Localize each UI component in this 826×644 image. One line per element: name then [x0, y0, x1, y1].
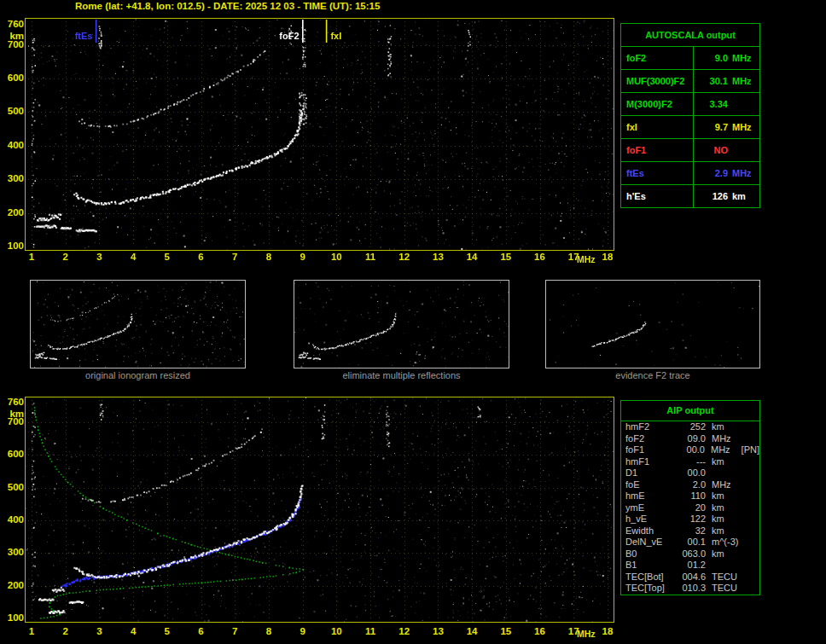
page-title: Rome (lat: +41.8, lon: 012.5) - DATE: 20…	[75, 1, 380, 11]
autoscala-label: ftEs	[621, 162, 694, 184]
top-ionogram-canvas	[25, 18, 614, 251]
autoscala-row-MUF(3000)F2: MUF(3000)F230.1MHz	[621, 70, 759, 93]
aip-note	[741, 456, 759, 468]
x-tick-label: 1	[22, 626, 41, 636]
aip-label: hmE	[621, 490, 675, 502]
aip-row-foF1: foF100.0MHz[PN]	[621, 444, 759, 456]
aip-unit: km	[706, 513, 741, 525]
aip-unit	[706, 467, 741, 479]
aip-row-foE: foE2.0MHz	[621, 479, 759, 491]
y-axis-unit: km	[3, 409, 24, 419]
x-tick-label: 15	[497, 626, 515, 636]
aip-value: 00.0	[675, 467, 706, 479]
aip-row-hmE: hmE110km	[621, 490, 759, 502]
autoscala-value: 2.9	[694, 162, 728, 184]
x-tick-label: 10	[327, 252, 346, 262]
x-tick-label: 5	[158, 252, 177, 262]
x-tick-label: 9	[294, 626, 312, 636]
autoscala-row-foF2: foF29.0MHz	[621, 47, 759, 70]
aip-value: 00.1	[675, 537, 706, 548]
aip-label: TEC[Top]	[621, 583, 675, 595]
x-tick-label: 14	[462, 252, 481, 262]
aip-label: D1	[621, 467, 675, 479]
aip-note	[741, 583, 759, 595]
x-tick-label: 14	[462, 626, 481, 636]
autoscala-label: fxI	[621, 116, 694, 138]
autoscala-label: foF2	[621, 47, 694, 69]
aip-note	[741, 421, 759, 433]
x-axis-unit: MHz	[577, 254, 596, 264]
aip-row-Ewidth: Ewidth32km	[621, 525, 759, 537]
x-tick-label: 1	[22, 252, 41, 262]
autoscala-table-header: AUTOSCALA output	[621, 24, 759, 47]
x-tick-label: 8	[259, 252, 278, 262]
aip-unit: km	[706, 525, 741, 537]
x-tick-label: 3	[90, 626, 108, 636]
bottom-ionogram-canvas	[25, 397, 614, 623]
aip-unit: km	[706, 548, 741, 560]
thumbnail-eliminate-reflections	[294, 280, 509, 368]
autoscala-row-M(3000)F2: M(3000)F23.34	[621, 93, 759, 116]
marker-label-fxI: fxI	[330, 31, 358, 41]
aip-row-B0: B0063.0km	[621, 548, 759, 560]
x-tick-label: 2	[56, 626, 75, 636]
x-tick-label: 15	[497, 252, 515, 262]
x-tick-label: 16	[531, 252, 550, 262]
aip-note	[741, 548, 759, 560]
aip-unit: km	[706, 502, 741, 514]
x-tick-label: 18	[598, 252, 617, 262]
aip-label: foF1	[621, 444, 674, 456]
autoscala-screen: Rome (lat: +41.8, lon: 012.5) - DATE: 20…	[0, 0, 826, 644]
y-tick-label: 100	[3, 241, 24, 251]
aip-label: foF2	[621, 433, 675, 445]
aip-value: 004.6	[675, 571, 706, 583]
aip-note	[741, 433, 759, 445]
aip-note	[741, 479, 759, 491]
y-tick-label: 600	[3, 449, 24, 459]
autoscala-value: 9.7	[694, 116, 728, 138]
aip-label: ymE	[621, 502, 675, 514]
aip-note	[741, 525, 759, 537]
aip-note	[741, 537, 759, 548]
aip-unit: TECU	[706, 583, 741, 595]
aip-value: 20	[675, 502, 706, 514]
aip-unit	[706, 560, 741, 571]
x-tick-label: 16	[531, 626, 550, 636]
aip-label: h_vE	[621, 513, 675, 525]
aip-value: ---	[675, 456, 706, 468]
autoscala-label: foF1	[621, 139, 694, 161]
autoscala-unit: MHz	[728, 116, 759, 138]
autoscala-unit: MHz	[728, 162, 759, 184]
thumbnail-original-ionogram	[30, 280, 246, 368]
aip-row-TEC[Top]: TEC[Top]010.3TECU	[621, 583, 759, 595]
aip-value: 010.3	[675, 583, 706, 595]
aip-value: 09.0	[675, 433, 706, 445]
aip-unit: MHz	[705, 444, 740, 456]
y-tick-label: 760	[3, 397, 24, 407]
aip-row-DelN_vE: DelN_vE00.1m^(-3)	[621, 537, 759, 548]
x-tick-label: 9	[294, 252, 312, 262]
x-tick-label: 7	[225, 252, 244, 262]
aip-value: 122	[675, 513, 706, 525]
thumbnail-caption-original: original ionogram resized	[30, 370, 246, 380]
autoscala-value: 126	[694, 185, 728, 207]
aip-value: 00.0	[674, 444, 705, 456]
x-tick-label: 18	[598, 626, 617, 636]
aip-note: [PN]	[740, 444, 759, 456]
aip-value: 01.2	[675, 560, 706, 571]
autoscala-unit	[728, 93, 759, 115]
aip-note	[741, 490, 759, 502]
y-tick-label: 500	[3, 106, 24, 116]
aip-row-h_vE: h_vE122km	[621, 513, 759, 525]
aip-unit: km	[706, 456, 741, 468]
autoscala-label: h'Es	[621, 185, 694, 207]
aip-value: 110	[675, 490, 706, 502]
autoscala-unit: MHz	[728, 70, 759, 92]
x-tick-label: 11	[361, 626, 380, 636]
aip-table: AIP output hmF2252kmfoF209.0MHzfoF100.0M…	[620, 400, 760, 595]
aip-row-TEC[Bot]: TEC[Bot]004.6TECU	[621, 571, 759, 583]
autoscala-unit: MHz	[728, 47, 759, 69]
aip-note	[741, 513, 759, 525]
x-tick-label: 12	[395, 626, 414, 636]
x-tick-label: 10	[327, 626, 346, 636]
